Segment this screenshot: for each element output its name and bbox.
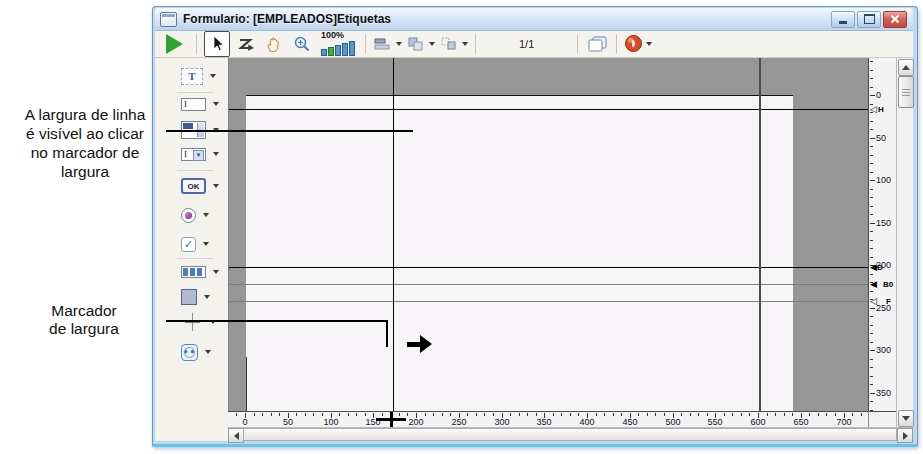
window-controls: [831, 11, 913, 28]
ruler-tick: [870, 384, 873, 385]
vertical-scrollbar[interactable]: [896, 58, 913, 427]
note-line: de largura: [28, 320, 140, 338]
ruler-tick: [870, 95, 875, 96]
width-marker-line[interactable]: [393, 58, 394, 411]
form-marker-h-label: H: [878, 105, 884, 114]
progress-tool[interactable]: [181, 261, 219, 283]
horizontal-scroll-thumb[interactable]: [243, 428, 897, 441]
vertical-scroll-thumb[interactable]: [898, 76, 914, 108]
dropdown-arrow-icon[interactable]: [213, 184, 219, 188]
entry-order-button[interactable]: [234, 32, 258, 56]
form-area-line-d[interactable]: [229, 267, 868, 268]
ruler-tick: [690, 413, 691, 416]
dropdown-arrow-icon[interactable]: [462, 42, 468, 46]
scroll-left-button[interactable]: [228, 428, 244, 443]
note-line: é visível ao clicar: [4, 124, 166, 143]
ruler-tick: [870, 376, 873, 377]
pointer-button[interactable]: [204, 31, 230, 57]
form-marker-b0-icon[interactable]: ◀: [870, 279, 877, 289]
text-tool[interactable]: T: [181, 65, 216, 87]
entry-order-icon: [237, 36, 255, 52]
minimize-icon: [839, 21, 847, 24]
form-marker-d-label: D: [877, 263, 883, 272]
rectangle-tool[interactable]: [181, 286, 210, 308]
align-button[interactable]: [373, 32, 402, 56]
dropdown-arrow-icon[interactable]: [213, 270, 219, 274]
form-width-line[interactable]: [759, 58, 761, 411]
ruler-tick: [305, 413, 306, 416]
form-area-line-b0[interactable]: [229, 284, 868, 285]
radio-tool[interactable]: [181, 204, 209, 226]
close-icon: [890, 14, 900, 24]
maximize-button[interactable]: [857, 11, 881, 28]
palette-separator: [177, 92, 213, 93]
ruler-tick: [510, 413, 511, 416]
form-marker-f-icon[interactable]: ◁: [870, 296, 877, 306]
ruler-tick: [313, 413, 314, 416]
ruler-tick: [442, 413, 443, 416]
button-tool[interactable]: OK: [181, 175, 219, 197]
scroll-right-button[interactable]: [897, 428, 913, 443]
dropdown-arrow-icon[interactable]: [205, 350, 211, 354]
ruler-tick: [339, 413, 340, 416]
form-marker-b0-label: B0: [883, 280, 893, 289]
ruler-label: 700: [836, 418, 851, 427]
ruler-label: 300: [494, 418, 509, 427]
hand-button[interactable]: [262, 32, 286, 56]
ruler-label: 100: [876, 176, 891, 185]
ruler-label: 250: [451, 418, 466, 427]
ruler-corner: [868, 411, 896, 427]
dropdown-arrow-icon[interactable]: [213, 152, 219, 156]
form-marker-h-icon[interactable]: ◁: [870, 104, 877, 114]
checkbox-tool[interactable]: ✓: [181, 233, 209, 255]
horizontal-scrollbar[interactable]: [228, 427, 913, 441]
window-title: Formulario: [EMPLEADOS]Etiquetas: [183, 12, 391, 26]
zoom-tool-button[interactable]: [290, 32, 314, 56]
form-canvas[interactable]: [228, 58, 868, 411]
ruler-tick: [870, 180, 875, 181]
form-area-line-h[interactable]: [229, 109, 868, 110]
scroll-down-button[interactable]: [898, 410, 914, 427]
ruler-tick: [870, 231, 873, 232]
hand-icon: [265, 35, 283, 53]
ruler-tick: [570, 413, 571, 416]
ruler-tick: [561, 413, 562, 416]
ruler-tick: [262, 413, 263, 416]
ruler-tick: [835, 413, 836, 416]
ruler-tick: [519, 413, 520, 416]
dropdown-arrow-icon[interactable]: [203, 213, 209, 217]
form-marker-d-icon[interactable]: ◀: [870, 262, 877, 272]
next-page-button[interactable]: [546, 32, 570, 56]
data-source-button[interactable]: [624, 32, 652, 56]
close-button[interactable]: [883, 11, 907, 28]
dropdown-arrow-icon[interactable]: [213, 102, 219, 106]
ruler-tick: [527, 413, 528, 416]
plugin-tool[interactable]: ••: [181, 341, 211, 363]
form-area-line-f[interactable]: [229, 301, 868, 302]
pages-button[interactable]: [585, 32, 609, 56]
ruler-tick: [870, 197, 873, 198]
scroll-up-button[interactable]: [898, 59, 914, 76]
ruler-tick: [826, 413, 827, 416]
ruler-tick: [870, 248, 873, 249]
distribute-button[interactable]: [406, 32, 435, 56]
minimize-button[interactable]: [831, 11, 855, 28]
prev-page-button[interactable]: [483, 32, 507, 56]
combobox-tool[interactable]: I: [181, 143, 219, 165]
zoom-level-button[interactable]: 100%: [318, 32, 358, 56]
ruler-tick: [604, 413, 605, 416]
move-level-button[interactable]: [439, 32, 468, 56]
dropdown-arrow-icon[interactable]: [396, 42, 402, 46]
ruler-tick: [870, 367, 873, 368]
dropdown-arrow-icon[interactable]: [429, 42, 435, 46]
dropdown-arrow-icon[interactable]: [646, 42, 652, 46]
splitter-tool[interactable]: [181, 311, 216, 333]
dropdown-arrow-icon[interactable]: [203, 242, 209, 246]
dropdown-arrow-icon[interactable]: [210, 74, 216, 78]
ruler-label: 350: [536, 418, 551, 427]
ruler-tick: [536, 413, 537, 416]
width-marker-cross-icon[interactable]: [376, 412, 408, 427]
input-tool[interactable]: I: [181, 93, 219, 115]
run-button[interactable]: [165, 32, 189, 56]
dropdown-arrow-icon[interactable]: [204, 295, 210, 299]
